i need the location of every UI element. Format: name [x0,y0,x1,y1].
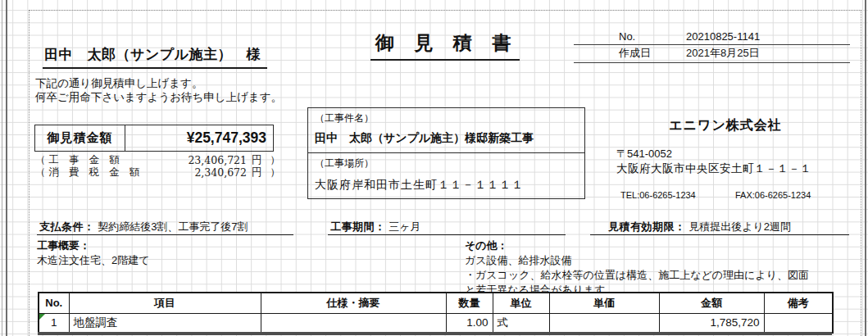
estimate-validity-underline [590,234,849,235]
construction-cost-value: 23,406,721 [157,154,247,166]
payment-terms: 支払条件： 契約締結後3割、工事完了後7割 [39,220,248,234]
created-date-value: 2021年8月25日 [686,46,847,61]
document-title: 御 見 積 書 [370,30,520,61]
company-address: 大阪府大阪市中央区安土町１－１－１ [616,161,811,176]
greeting-line-1: 下記の通り御見積申し上げます。 [35,76,202,91]
header-note: 備考 [764,293,833,313]
estimate-amount-box: 御見積金額 ¥25,747,393 [34,125,274,152]
document-number-label: No. [619,30,686,43]
created-date-row: 作成日 2021年8月25日 [574,45,850,63]
others-line-1: ガス設備、給排水設備 [465,253,572,268]
cell-error-indicator-icon [39,314,45,320]
table-row: 1 地盤調査 1.00 式 1,785,720 [39,313,833,333]
header-unit-price: 単価 [549,293,659,313]
created-date-label: 作成日 [619,46,686,61]
payment-terms-value: 契約締結後3割、工事完了後7割 [98,220,248,233]
payment-terms-underline [37,234,293,235]
project-name-label: （工事件名） [315,111,578,125]
tax-label: （消 費 税 金 額 [35,166,157,179]
tax-row: （消 費 税 金 額 2,340,672 円 ） [35,166,283,179]
construction-period-value: 三ヶ月 [389,220,420,233]
estimate-validity-label: 見積有効期限： [608,220,686,233]
document-number-row: No. 20210825-1141 [574,27,850,45]
window-left-edge-outer [2,0,2,336]
cell-no: 1 [39,313,69,333]
cell-quantity: 1.00 [446,313,493,333]
line-items-table: No. 項目 仕様・摘要 数量 単位 単価 金額 備考 1 地盤調査 1.00 … [38,292,834,334]
page-break-right [861,10,861,336]
spreadsheet-estimate-page: 御 見 積 書 No. 20210825-1141 作成日 2021年8月25日… [0,0,868,336]
company-tel: TEL:06-6265-1234 [620,190,696,200]
greeting-line-2: 何卒ご用命下さいますようお待ち申し上げます。 [35,90,282,105]
customer-name: 田中 太郎（サンプル施主） 様 [43,45,267,69]
construction-period: 工事期間： 三ヶ月 [330,220,420,234]
project-box: （工事件名） 田中 太郎（サンプル施主）様邸新築工事 （工事場所） 大阪府岸和田… [307,107,585,199]
cell-unit-price [549,313,659,333]
cell-note [764,313,833,333]
company-postal-code: 〒541-0052 [616,147,672,161]
others-line-2: ・ガスコック、給水栓等の位置は構造、施工上などの理由により、図面 [465,268,809,283]
header-spec: 仕様・摘要 [261,293,446,313]
header-item: 項目 [69,293,261,313]
page-break-top [29,10,861,11]
estimate-amount-label: 御見積金額 [35,125,125,151]
payment-terms-label: 支払条件： [39,220,95,233]
others-label: その他： [465,238,508,253]
cell-item: 地盤調査 [69,313,261,333]
construction-period-underline [328,234,566,235]
cell-amount: 1,785,720 [659,313,764,333]
cell-unit: 式 [493,313,549,333]
tax-value: 2,340,672 [157,166,247,179]
company-name: エニワン株式会社 [623,117,828,134]
tax-unit: 円 ） [247,166,283,179]
construction-overview-label: 工事概要： [37,238,90,253]
page-break-left [29,10,30,336]
company-fax: FAX:06-6265-1234 [735,190,811,200]
project-place-section: （工事場所） 大阪府岸和田市土生町１１－１１１１ [308,153,584,196]
construction-overview-text: 木造注文住宅、2階建て [37,253,150,268]
estimate-amount-value: ¥25,747,393 [125,125,273,151]
table-header-row: No. 項目 仕様・摘要 数量 単位 単価 金額 備考 [39,293,833,313]
header-unit: 単位 [493,293,549,313]
header-quantity: 数量 [446,293,493,313]
cell-spec [261,313,446,333]
estimate-validity: 見積有効期限： 見積提出後より2週間 [608,220,791,234]
window-left-edge-inner [6,0,7,336]
document-number-value: 20210825-1141 [686,30,847,43]
amount-breakdown: （工 事 金 額 23,406,721 円 ） （消 費 税 金 額 2,340… [35,154,283,179]
construction-cost-row: （工 事 金 額 23,406,721 円 ） [35,154,283,166]
construction-period-label: 工事期間： [330,220,386,233]
project-place-label: （工事場所） [315,157,578,170]
cell-no-value: 1 [51,316,57,329]
document-meta: No. 20210825-1141 作成日 2021年8月25日 [574,27,850,63]
estimate-validity-value: 見積提出後より2週間 [688,220,791,233]
project-name-section: （工事件名） 田中 太郎（サンプル施主）様邸新築工事 [308,108,584,153]
header-no: No. [39,293,69,313]
window-right-edge [865,0,866,336]
project-name: 田中 太郎（サンプル施主）様邸新築工事 [315,131,578,146]
project-place: 大阪府岸和田市土生町１１－１１１１ [315,178,578,193]
header-amount: 金額 [659,293,764,313]
table-bottom-edge [38,332,832,335]
